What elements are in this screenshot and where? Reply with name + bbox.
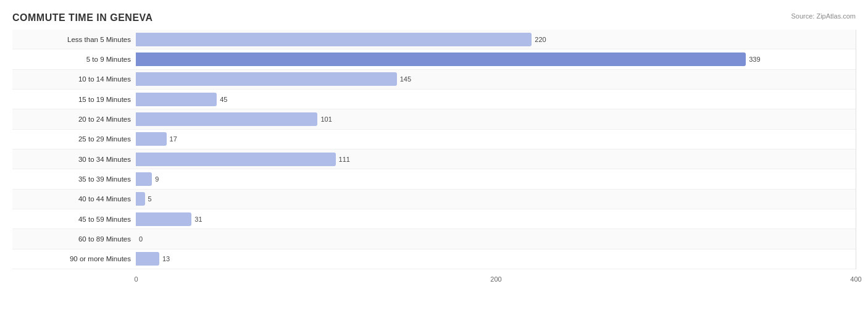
bar-row: Less than 5 Minutes220 — [12, 30, 856, 49]
bar-label: 10 to 14 Minutes — [12, 75, 136, 83]
bar-fill — [136, 52, 746, 66]
bar-value: 339 — [749, 56, 760, 63]
bar-track: 101 — [136, 112, 856, 126]
chart-title: COMMUTE TIME IN GENEVA — [12, 12, 856, 23]
bar-row: 10 to 14 Minutes145 — [12, 70, 856, 90]
bar-fill — [136, 172, 152, 186]
bar-label: 35 to 39 Minutes — [12, 175, 136, 183]
bar-row: 90 or more Minutes13 — [12, 250, 856, 269]
bar-track: 339 — [136, 52, 856, 66]
bar-label: 45 to 59 Minutes — [12, 216, 136, 223]
bar-track: 5 — [136, 192, 856, 206]
bar-label: 30 to 34 Minutes — [12, 156, 136, 163]
bar-row: 20 to 24 Minutes101 — [12, 109, 856, 129]
bar-label: 40 to 44 Minutes — [12, 195, 136, 203]
grid-label: 400 — [850, 275, 861, 283]
bar-value: 13 — [162, 255, 170, 262]
bar-track: 220 — [136, 33, 856, 46]
bar-value: 111 — [339, 156, 350, 163]
bar-label: 15 to 19 Minutes — [12, 96, 136, 103]
bar-value: 145 — [400, 75, 411, 83]
bar-fill — [136, 112, 317, 126]
bar-row: 45 to 59 Minutes31 — [12, 209, 856, 229]
bar-row: 40 to 44 Minutes5 — [12, 190, 856, 209]
bar-label: Less than 5 Minutes — [12, 36, 136, 43]
bar-fill — [136, 72, 397, 86]
chart-area: 0200400 Less than 5 Minutes2205 to 9 Min… — [12, 30, 856, 285]
bar-value: 9 — [155, 175, 159, 183]
bar-fill — [136, 93, 217, 106]
bar-value: 220 — [535, 36, 546, 43]
bar-track: 31 — [136, 212, 856, 226]
bar-value: 5 — [148, 195, 152, 203]
source-label: Source: ZipAtlas.com — [791, 12, 856, 20]
bars-container: Less than 5 Minutes2205 to 9 Minutes3391… — [12, 30, 856, 269]
bar-value: 17 — [170, 135, 177, 143]
bar-value: 31 — [194, 216, 202, 223]
bar-label: 5 to 9 Minutes — [12, 56, 136, 63]
bar-track: 0 — [136, 232, 856, 246]
bar-fill — [136, 132, 167, 146]
bar-fill — [136, 33, 532, 46]
bar-fill — [136, 212, 191, 226]
bar-row: 35 to 39 Minutes9 — [12, 169, 856, 189]
bar-value: 45 — [220, 96, 227, 103]
bar-label: 25 to 29 Minutes — [12, 135, 136, 143]
bar-value: 101 — [320, 115, 332, 123]
bar-fill — [136, 153, 336, 166]
bar-row: 25 to 29 Minutes17 — [12, 130, 856, 149]
bar-label: 90 or more Minutes — [12, 255, 136, 262]
bar-track: 17 — [136, 132, 856, 146]
chart-container: COMMUTE TIME IN GENEVA Source: ZipAtlas.… — [0, 0, 868, 323]
bar-track: 45 — [136, 93, 856, 106]
bar-row: 60 to 89 Minutes0 — [12, 229, 856, 249]
bar-fill — [136, 252, 159, 266]
grid-label: 200 — [490, 275, 501, 283]
bar-label: 20 to 24 Minutes — [12, 115, 136, 123]
bar-row: 30 to 34 Minutes111 — [12, 149, 856, 169]
bar-row: 15 to 19 Minutes45 — [12, 90, 856, 109]
bar-row: 5 to 9 Minutes339 — [12, 49, 856, 69]
bar-label: 60 to 89 Minutes — [12, 235, 136, 243]
grid-line: 400 — [856, 30, 856, 269]
bar-track: 9 — [136, 172, 856, 186]
grid-label: 0 — [134, 275, 138, 283]
bar-fill — [136, 192, 145, 206]
bar-value: 0 — [139, 235, 143, 243]
bar-track: 145 — [136, 72, 856, 86]
bar-track: 13 — [136, 252, 856, 266]
bar-track: 111 — [136, 153, 856, 166]
